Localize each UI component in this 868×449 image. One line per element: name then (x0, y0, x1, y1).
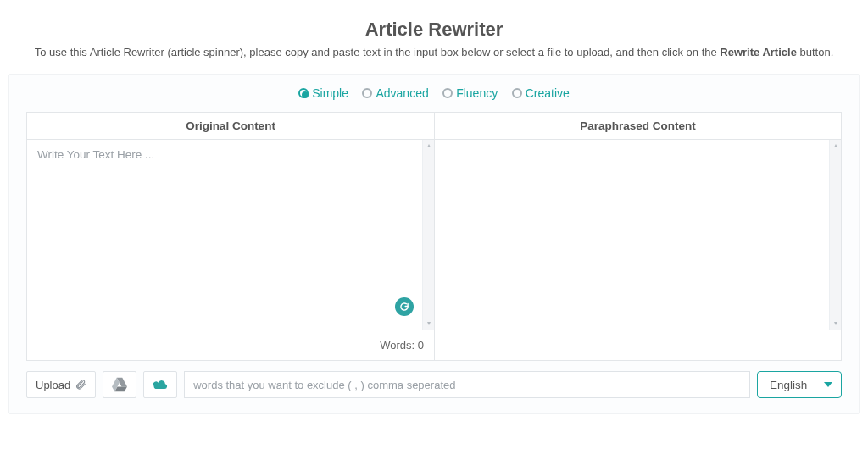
radio-icon (512, 88, 522, 98)
original-textarea[interactable] (27, 140, 422, 330)
google-drive-icon (111, 377, 128, 392)
cloud-upload-button[interactable] (143, 371, 177, 398)
paraphrased-footer (435, 330, 841, 360)
attachment-icon (75, 379, 86, 391)
paraphrased-textarea[interactable] (435, 140, 829, 330)
mode-creative[interactable]: Creative (512, 86, 570, 100)
paraphrased-textarea-wrap: ▴ ▾ (435, 140, 841, 330)
subtitle-prefix: To use this Article Rewriter (article sp… (35, 46, 721, 58)
subtitle: To use this Article Rewriter (article sp… (8, 46, 860, 58)
mode-label: Creative (526, 86, 570, 100)
scrollbar[interactable]: ▴ ▾ (829, 140, 841, 330)
radio-icon (298, 88, 309, 98)
page-title: Article Rewriter (8, 19, 860, 41)
scroll-up-icon: ▴ (427, 142, 431, 149)
radio-icon (442, 88, 453, 98)
paraphrased-header: Paraphrased Content (435, 113, 841, 140)
words-count: 0 (418, 339, 424, 352)
original-textarea-wrap: ▴ ▾ (27, 140, 434, 330)
scroll-down-icon: ▾ (427, 320, 431, 327)
panels-container: Original Content ▴ ▾ (26, 112, 842, 361)
paraphrased-body: ▴ ▾ (435, 140, 841, 360)
toolbar: Upload English (26, 371, 842, 398)
paraphrased-panel: Paraphrased Content ▴ ▾ (434, 113, 841, 360)
scroll-down-icon: ▾ (834, 320, 837, 327)
scrollbar[interactable]: ▴ ▾ (422, 140, 434, 330)
google-drive-button[interactable] (103, 371, 136, 398)
mode-advanced[interactable]: Advanced (362, 86, 428, 100)
mode-label: Fluency (456, 86, 498, 100)
rewriter-card: Simple Advanced Fluency Creative Origina… (8, 74, 860, 414)
subtitle-bold: Rewrite Article (720, 46, 797, 58)
original-header: Original Content (27, 113, 434, 140)
mode-label: Advanced (376, 86, 428, 100)
scroll-up-icon: ▴ (834, 142, 837, 149)
radio-icon (362, 88, 372, 98)
exclude-words-input[interactable] (184, 371, 750, 398)
grammarly-icon[interactable] (395, 297, 414, 316)
mode-radio-group: Simple Advanced Fluency Creative (26, 86, 842, 102)
original-footer: Words: 0 (27, 330, 434, 360)
upload-label: Upload (36, 379, 70, 391)
words-label: Words: (380, 339, 415, 352)
mode-fluency[interactable]: Fluency (442, 86, 498, 100)
original-panel: Original Content ▴ ▾ (27, 113, 434, 360)
upload-button[interactable]: Upload (26, 371, 96, 398)
cloud-icon (152, 378, 169, 391)
mode-simple[interactable]: Simple (298, 86, 348, 100)
original-body: ▴ ▾ Words: 0 (27, 140, 434, 360)
mode-label: Simple (312, 86, 348, 100)
subtitle-suffix: button. (797, 46, 833, 58)
language-select[interactable]: English (757, 371, 842, 398)
